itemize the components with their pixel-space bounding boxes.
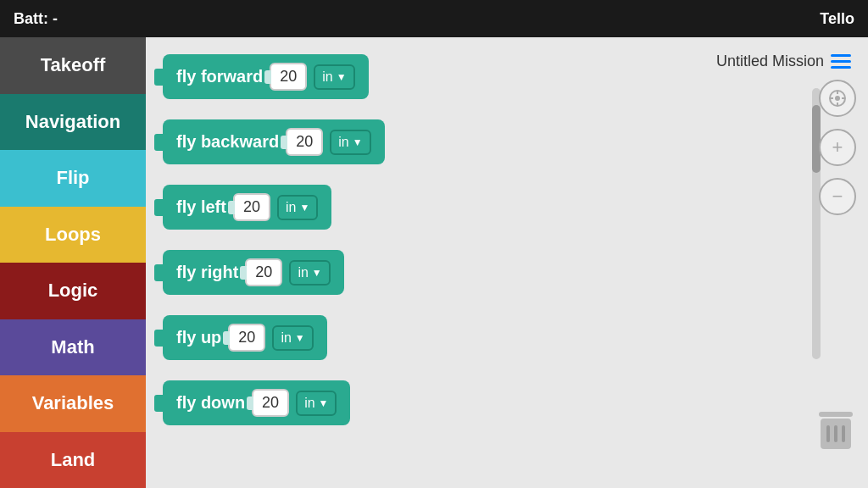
block-row-forward: fly forward 20 in ▼ bbox=[163, 54, 648, 99]
svg-point-1 bbox=[835, 96, 840, 101]
controls-panel: + − bbox=[819, 80, 856, 215]
block-down-label: fly down bbox=[176, 393, 245, 413]
plus-symbol: + bbox=[832, 136, 843, 158]
block-row-right: fly right 20 in ▼ bbox=[163, 250, 648, 295]
top-bar: Batt: - Tello bbox=[0, 0, 868, 37]
block-up[interactable]: fly up 20 in ▼ bbox=[163, 315, 327, 360]
block-forward-label: fly forward bbox=[176, 67, 263, 86]
dropdown-arrow-icon4: ▼ bbox=[312, 267, 322, 279]
block-up-unit[interactable]: in ▼ bbox=[272, 325, 313, 351]
mission-menu-button[interactable] bbox=[831, 54, 851, 69]
blocks-panel: fly forward 20 in ▼ fly backward 20 in ▼… bbox=[146, 37, 665, 488]
sidebar-item-navigation[interactable]: Navigation bbox=[0, 94, 146, 151]
block-down-unit[interactable]: in ▼ bbox=[296, 391, 337, 416]
block-right-label: fly right bbox=[176, 263, 238, 282]
block-left-label: fly left bbox=[176, 197, 226, 217]
block-row-left: fly left 20 in ▼ bbox=[163, 185, 648, 230]
target-svg bbox=[828, 89, 847, 108]
minus-symbol: − bbox=[832, 186, 843, 208]
block-down-value[interactable]: 20 bbox=[252, 389, 289, 417]
trash-line-3 bbox=[842, 425, 845, 442]
sidebar-item-logic[interactable]: Logic bbox=[0, 263, 146, 319]
block-right-value[interactable]: 20 bbox=[245, 258, 282, 286]
block-left[interactable]: fly left 20 in ▼ bbox=[163, 185, 331, 230]
menu-line-1 bbox=[831, 54, 851, 57]
mission-title: Untitled Mission bbox=[716, 53, 824, 70]
dropdown-arrow-icon5: ▼ bbox=[295, 332, 305, 344]
block-up-value[interactable]: 20 bbox=[228, 324, 265, 352]
zoom-out-icon[interactable]: − bbox=[819, 178, 856, 215]
block-forward[interactable]: fly forward 20 in ▼ bbox=[163, 54, 369, 99]
sidebar: Takeoff Navigation Flip Loops Logic Math… bbox=[0, 37, 146, 488]
zoom-in-icon[interactable]: + bbox=[819, 129, 856, 166]
sidebar-item-land[interactable]: Land bbox=[0, 432, 146, 489]
dropdown-arrow-icon2: ▼ bbox=[353, 136, 363, 148]
main-layout: Takeoff Navigation Flip Loops Logic Math… bbox=[0, 37, 868, 488]
block-forward-value[interactable]: 20 bbox=[270, 63, 307, 91]
dropdown-arrow-icon: ▼ bbox=[337, 71, 347, 83]
dropdown-arrow-icon3: ▼ bbox=[299, 202, 309, 214]
block-row-up: fly up 20 in ▼ bbox=[163, 315, 648, 360]
battery-label: Batt: - bbox=[14, 10, 58, 28]
target-icon[interactable] bbox=[819, 80, 856, 117]
block-backward[interactable]: fly backward 20 in ▼ bbox=[163, 119, 385, 164]
block-right-unit[interactable]: in ▼ bbox=[289, 260, 330, 286]
block-backward-label: fly backward bbox=[176, 132, 279, 152]
block-down[interactable]: fly down 20 in ▼ bbox=[163, 380, 350, 425]
block-backward-value[interactable]: 20 bbox=[286, 128, 323, 156]
block-backward-unit[interactable]: in ▼ bbox=[330, 130, 370, 155]
trash-button[interactable] bbox=[817, 412, 854, 454]
sidebar-item-takeoff[interactable]: Takeoff bbox=[0, 37, 146, 94]
trash-lines bbox=[826, 425, 845, 442]
menu-line-3 bbox=[831, 66, 851, 69]
trash-lid bbox=[819, 412, 853, 417]
sidebar-item-variables[interactable]: Variables bbox=[0, 375, 146, 432]
block-forward-unit[interactable]: in ▼ bbox=[314, 64, 354, 90]
trash-line-1 bbox=[826, 425, 830, 442]
sidebar-item-flip[interactable]: Flip bbox=[0, 150, 146, 207]
block-right[interactable]: fly right 20 in ▼ bbox=[163, 250, 344, 295]
trash-line-2 bbox=[834, 425, 837, 442]
sidebar-item-math[interactable]: Math bbox=[0, 319, 146, 376]
block-up-label: fly up bbox=[176, 328, 221, 347]
trash-body bbox=[821, 419, 851, 449]
dropdown-arrow-icon6: ▼ bbox=[319, 397, 329, 409]
block-left-value[interactable]: 20 bbox=[233, 193, 270, 221]
block-row-backward: fly backward 20 in ▼ bbox=[163, 119, 648, 164]
mission-header: Untitled Mission bbox=[665, 46, 860, 77]
block-left-unit[interactable]: in ▼ bbox=[277, 195, 318, 220]
app-title: Tello bbox=[820, 10, 854, 28]
block-row-down: fly down 20 in ▼ bbox=[163, 380, 648, 425]
mission-panel: Untitled Mission bbox=[665, 37, 868, 488]
sidebar-item-loops[interactable]: Loops bbox=[0, 207, 146, 263]
menu-line-2 bbox=[831, 60, 851, 63]
